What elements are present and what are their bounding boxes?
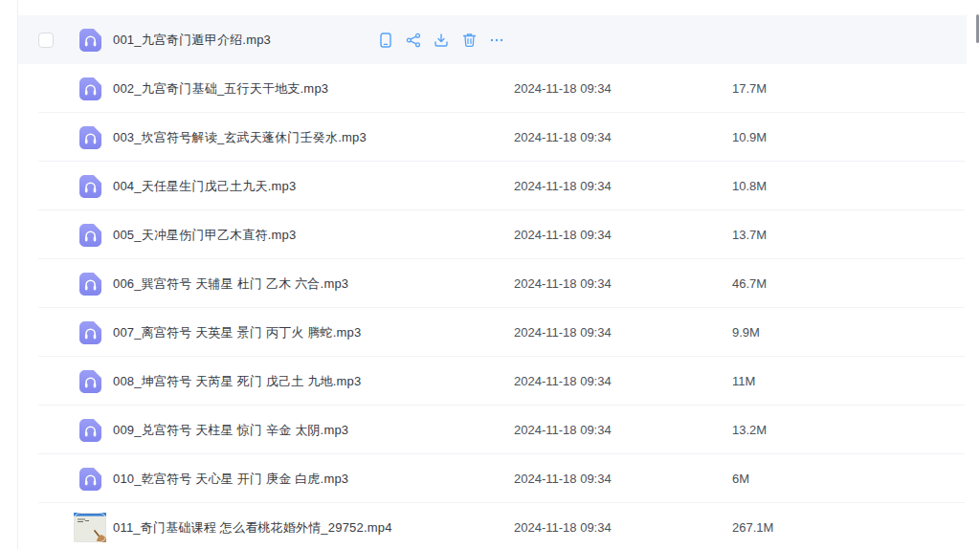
file-type-icon [73,125,107,150]
file-date: 2024-11-18 09:34 [514,130,612,144]
more-icon[interactable] [489,33,504,48]
file-name[interactable]: 006_巽宫符号 天辅星 杜门 乙木 六合.mp3 [113,275,348,293]
file-date: 2024-11-18 09:34 [514,276,612,291]
audio-file-icon [78,369,102,394]
audio-file-icon [78,272,102,296]
file-type-icon [73,174,107,199]
table-row[interactable]: 007_离宫符号 天英星 景门 丙丁火 腾蛇.mp3 2024-11-18 09… [18,308,967,357]
table-row[interactable]: 003_坎宫符号解读_玄武天蓬休门壬癸水.mp3 2024-11-18 09:3… [18,113,967,162]
share-icon[interactable] [406,33,421,48]
audio-file-icon [78,418,102,443]
file-date: 2024-11-18 09:34 [514,81,612,96]
scrollbar-thumb[interactable] [976,14,979,43]
file-name[interactable]: 005_天冲星伤门甲乙木直符.mp3 [113,227,296,244]
file-name[interactable]: 009_兑宫符号 天柱星 惊门 辛金 太阴.mp3 [113,422,348,439]
file-size: 46.7M [732,276,767,291]
row-checkbox[interactable] [38,33,54,48]
table-row[interactable]: 004_天任星生门戊己土九天.mp3 2024-11-18 09:34 10.8… [18,162,967,210]
table-row[interactable]: 001_九宫奇门遁甲介绍.mp3 [18,15,967,64]
file-size: 13.7M [732,228,767,242]
table-row[interactable]: 006_巽宫符号 天辅星 杜门 乙木 六合.mp3 2024-11-18 09:… [18,259,967,308]
table-row[interactable]: 010_乾宫符号 天心星 开门 庚金 白虎.mp3 2024-11-18 09:… [18,454,967,503]
file-size: 10.9M [732,130,767,144]
audio-file-icon [78,28,102,53]
file-type-icon [73,28,107,53]
audio-file-icon [78,467,102,492]
file-date: 2024-11-18 09:34 [514,520,612,535]
audio-file-icon [78,320,102,345]
file-name[interactable]: 001_九宫奇门遁甲介绍.mp3 [113,32,271,49]
file-type-icon [73,467,107,492]
file-date: 2024-11-18 09:34 [514,228,612,242]
file-size: 6M [732,472,749,486]
file-size: 267.1M [732,520,773,535]
file-date: 2024-11-18 09:34 [514,423,612,437]
file-type-icon [73,513,107,542]
audio-file-icon [78,125,102,150]
file-name[interactable]: 010_乾宫符号 天心星 开门 庚金 白虎.mp3 [113,471,348,488]
file-size: 13.2M [732,423,767,437]
file-name[interactable]: 002_九宫奇门基础_五行天干地支.mp3 [113,80,328,98]
file-size: 17.7M [732,81,767,96]
table-row[interactable]: 002_九宫奇门基础_五行天干地支.mp3 2024-11-18 09:34 1… [18,64,967,113]
file-size: 11M [732,374,755,388]
file-type-icon [73,418,107,443]
audio-file-icon [78,174,102,199]
file-date: 2024-11-18 09:34 [514,325,612,340]
table-row[interactable]: 011_奇门基础课程 怎么看桃花婚外情_29752.mp4 2024-11-18… [18,503,967,549]
file-name[interactable]: 004_天任星生门戊己土九天.mp3 [113,178,296,195]
delete-icon[interactable] [461,33,477,48]
file-type-icon [73,77,107,101]
video-thumbnail [74,513,106,542]
file-type-icon [73,320,107,345]
file-type-icon [73,272,107,296]
file-date: 2024-11-18 09:34 [514,374,612,388]
row-actions [378,33,504,48]
file-date: 2024-11-18 09:34 [514,472,612,486]
file-size: 9.9M [732,325,760,340]
file-size: 10.8M [732,179,767,193]
file-name[interactable]: 007_离宫符号 天英星 景门 丙丁火 腾蛇.mp3 [113,324,361,341]
file-name[interactable]: 008_坤宫符号 天芮星 死门 戊己土 九地.mp3 [113,373,361,390]
file-name[interactable]: 011_奇门基础课程 怎么看桃花婚外情_29752.mp4 [113,519,392,537]
table-row[interactable]: 005_天冲星伤门甲乙木直符.mp3 2024-11-18 09:34 13.7… [18,210,967,259]
file-name[interactable]: 003_坎宫符号解读_玄武天蓬休门壬癸水.mp3 [113,129,367,146]
file-type-icon [73,223,107,248]
audio-file-icon [78,77,102,101]
file-date: 2024-11-18 09:34 [514,179,612,193]
table-row[interactable]: 008_坤宫符号 天芮星 死门 戊己土 九地.mp3 2024-11-18 09… [18,357,967,406]
download-icon[interactable] [434,33,449,48]
send-to-phone-icon[interactable] [378,33,393,48]
audio-file-icon [78,223,102,248]
file-list: 001_九宫奇门遁甲介绍.mp3 [18,15,967,549]
table-row[interactable]: 009_兑宫符号 天柱星 惊门 辛金 太阴.mp3 2024-11-18 09:… [18,406,967,454]
file-type-icon [73,369,107,394]
